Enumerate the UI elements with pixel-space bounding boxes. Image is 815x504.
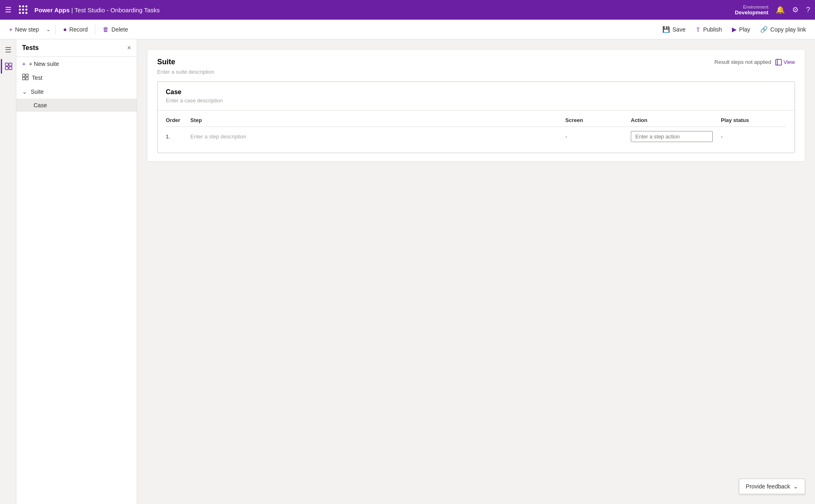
delete-button[interactable]: 🗑 Delete bbox=[99, 23, 132, 35]
step-action-input[interactable] bbox=[631, 131, 713, 142]
svg-rect-2 bbox=[5, 67, 8, 70]
svg-rect-6 bbox=[23, 77, 25, 80]
plus-icon: + bbox=[9, 26, 13, 33]
record-icon: ● bbox=[63, 26, 67, 33]
svg-rect-5 bbox=[26, 74, 28, 77]
suite-card-header: Suite Result steps not applied View bbox=[157, 58, 795, 66]
suite-description: Enter a suite description bbox=[157, 69, 795, 75]
table-row: 1. Enter a step description - - bbox=[166, 127, 786, 146]
copy-link-icon: 🔗 bbox=[760, 26, 768, 33]
suite-result-label: Result steps not applied bbox=[714, 59, 771, 65]
sidebar: Tests × + + New suite Test ⌄ Suite bbox=[16, 39, 137, 504]
sidebar-item-case[interactable]: Case ⋯ bbox=[16, 99, 137, 112]
suite-card: Suite Result steps not applied View Ente… bbox=[147, 49, 805, 162]
col-step: Step bbox=[190, 117, 565, 123]
top-bar-right: Environment Development 🔔 ⚙ ? bbox=[735, 5, 810, 16]
new-step-button[interactable]: + New step bbox=[5, 23, 43, 35]
steps-table-header: Order Step Screen Action Play status bbox=[166, 114, 786, 127]
row-order: 1. bbox=[166, 133, 190, 140]
record-label: Record bbox=[69, 26, 88, 33]
new-step-chevron[interactable]: ⌄ bbox=[45, 24, 52, 35]
publish-button[interactable]: ⇧ Publish bbox=[691, 23, 726, 36]
col-play-status: Play status bbox=[721, 117, 786, 123]
chevron-down-icon: ⌄ bbox=[22, 88, 27, 95]
sidebar-icon-strip: ☰ bbox=[0, 39, 16, 504]
row-screen: - bbox=[565, 133, 631, 140]
provide-feedback-button[interactable]: Provide feedback ⌄ bbox=[739, 479, 805, 494]
suite-label: Suite bbox=[31, 88, 44, 95]
play-label: Play bbox=[739, 26, 750, 33]
content-area: Suite Result steps not applied View Ente… bbox=[137, 39, 815, 504]
sidebar-test-icon[interactable] bbox=[1, 59, 16, 74]
view-icon bbox=[775, 59, 782, 66]
svg-rect-7 bbox=[26, 77, 28, 80]
plus-icon: + bbox=[22, 60, 26, 67]
suite-header-right: Result steps not applied View bbox=[714, 59, 795, 66]
sidebar-title: Tests bbox=[22, 44, 124, 52]
view-label: View bbox=[783, 59, 795, 65]
save-button[interactable]: 💾 Save bbox=[658, 23, 690, 36]
case-card-title: Case bbox=[166, 88, 786, 96]
sidebar-header: Tests × bbox=[16, 39, 137, 57]
environment-label: Environment bbox=[743, 5, 768, 9]
feedback-chevron-icon: ⌄ bbox=[793, 483, 798, 490]
test-label: Test bbox=[32, 75, 43, 81]
col-order: Order bbox=[166, 117, 190, 123]
save-icon: 💾 bbox=[662, 26, 670, 33]
main-layout: ☰ Tests × + + New suite bbox=[0, 39, 815, 504]
sidebar-close-button[interactable]: × bbox=[127, 44, 131, 52]
publish-label: Publish bbox=[703, 26, 722, 33]
col-action: Action bbox=[631, 117, 721, 123]
case-card-header: Case Enter a case description bbox=[158, 82, 795, 107]
waffle-icon bbox=[19, 5, 28, 14]
case-card: Case Enter a case description Order Step… bbox=[157, 81, 795, 153]
svg-rect-3 bbox=[9, 67, 12, 70]
steps-table: Order Step Screen Action Play status 1. … bbox=[158, 114, 795, 153]
environment-block: Environment Development bbox=[735, 5, 768, 16]
copy-play-link-label: Copy play link bbox=[770, 26, 806, 33]
svg-rect-0 bbox=[5, 63, 8, 66]
hamburger-menu-button[interactable]: ☰ bbox=[5, 5, 11, 14]
sidebar-item-suite[interactable]: ⌄ Suite bbox=[16, 85, 137, 99]
toolbar-divider-2 bbox=[95, 25, 95, 34]
title-separator: | bbox=[71, 7, 75, 14]
feedback-label: Provide feedback bbox=[746, 483, 790, 490]
save-label: Save bbox=[673, 26, 686, 33]
svg-rect-4 bbox=[23, 74, 25, 77]
svg-rect-1 bbox=[9, 63, 12, 66]
help-icon[interactable]: ? bbox=[806, 6, 810, 14]
bell-icon[interactable]: 🔔 bbox=[776, 5, 785, 14]
new-suite-label: + New suite bbox=[29, 61, 59, 67]
settings-icon[interactable]: ⚙ bbox=[792, 5, 799, 14]
project-title: Test Studio - Onboarding Tasks bbox=[75, 7, 160, 14]
case-label: Case bbox=[34, 102, 47, 108]
new-step-label: New step bbox=[15, 26, 39, 33]
suite-view-button[interactable]: View bbox=[775, 59, 795, 66]
test-grid-icon bbox=[22, 74, 29, 81]
svg-rect-8 bbox=[776, 59, 781, 65]
toolbar: + New step ⌄ ● Record 🗑 Delete 💾 Save ⇧ … bbox=[0, 20, 815, 39]
play-button[interactable]: ▶ Play bbox=[728, 23, 754, 36]
publish-icon: ⇧ bbox=[695, 26, 701, 33]
row-step: Enter a step description bbox=[190, 133, 565, 140]
col-screen: Screen bbox=[565, 117, 631, 123]
sidebar-item-new-suite[interactable]: + + New suite bbox=[16, 57, 137, 70]
row-play-status: - bbox=[721, 133, 786, 140]
play-icon: ▶ bbox=[732, 26, 737, 33]
toolbar-right: 💾 Save ⇧ Publish ▶ Play 🔗 Copy play link bbox=[658, 23, 810, 36]
copy-play-link-button[interactable]: 🔗 Copy play link bbox=[756, 23, 810, 36]
environment-name: Development bbox=[735, 9, 768, 16]
delete-label: Delete bbox=[111, 26, 128, 33]
sidebar-hamburger-icon[interactable]: ☰ bbox=[1, 43, 16, 57]
suite-card-title: Suite bbox=[157, 58, 714, 66]
case-card-description: Enter a case description bbox=[166, 97, 786, 104]
record-button[interactable]: ● Record bbox=[59, 23, 92, 35]
top-bar: ☰ Power Apps | Test Studio - Onboarding … bbox=[0, 0, 815, 20]
sidebar-item-test[interactable]: Test bbox=[16, 70, 137, 85]
delete-icon: 🗑 bbox=[103, 26, 109, 33]
toolbar-divider-1 bbox=[55, 25, 56, 34]
case-divider bbox=[158, 110, 795, 111]
app-title: Power Apps | Test Studio - Onboarding Ta… bbox=[34, 7, 731, 14]
